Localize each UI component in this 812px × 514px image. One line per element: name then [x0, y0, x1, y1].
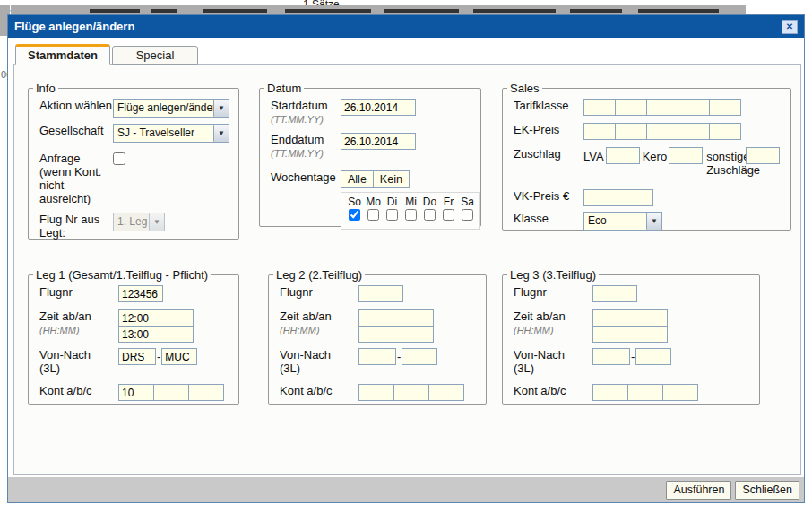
- tarifklasse-input-4[interactable]: [678, 99, 710, 116]
- leg3-nach-input[interactable]: [635, 348, 671, 365]
- leg3-zeit-ab-input[interactable]: [592, 309, 668, 327]
- enddatum-label: Enddatum (TT.MM.YY): [271, 133, 341, 160]
- dialog-title: Flüge anlegen/ändern: [14, 20, 134, 33]
- gesellschaft-select[interactable]: SJ - Travelseller ▼: [113, 124, 229, 143]
- leg3-flugnr-input[interactable]: [592, 285, 637, 302]
- flights-dialog: Flüge anlegen/ändern ✕ Stammdaten Specia…: [7, 14, 805, 503]
- sonstige-zuschlaege-input[interactable]: [746, 147, 780, 164]
- vk-preis-label: VK-Preis €: [514, 189, 583, 203]
- weekday-panel: So Mo Di Mi Do Fr Sa: [341, 192, 480, 230]
- leg3-von-nach-label: Von-Nach (3L): [514, 348, 592, 375]
- vk-preis-input[interactable]: [583, 189, 653, 206]
- leg2-flugnr-label: Flugnr: [280, 285, 358, 299]
- leg1-kont-b-input[interactable]: [153, 384, 189, 401]
- leg2-kont-label: Kont a/b/c: [280, 384, 358, 397]
- info-legend: Info: [33, 82, 58, 95]
- leg3-zeit-an-input[interactable]: [592, 326, 668, 343]
- leg3-kont-b-input[interactable]: [627, 384, 663, 401]
- leg3-kont-a-input[interactable]: [592, 384, 628, 401]
- dialog-titlebar: Flüge anlegen/ändern ✕: [8, 15, 804, 38]
- startdatum-label: Startdatum (TT.MM.YY): [271, 99, 341, 126]
- leg1-zeit-ab-input[interactable]: [118, 309, 194, 327]
- ek-preis-label: EK-Preis: [514, 123, 583, 136]
- klasse-select[interactable]: Eco ▼: [583, 212, 662, 231]
- weekday-fr: Fr: [439, 196, 458, 229]
- aktion-label: Aktion wählen: [39, 99, 113, 112]
- chevron-down-icon[interactable]: ▼: [213, 100, 229, 117]
- ek-preis-input-1[interactable]: [583, 123, 616, 140]
- leg2-kont-c-input[interactable]: [428, 384, 464, 401]
- weekday-di-checkbox[interactable]: [386, 209, 398, 221]
- tarifklasse-input-1[interactable]: [583, 99, 616, 116]
- leg1-legend: Leg 1 (Gesamt/1.Teilflug - Pflicht): [33, 268, 211, 282]
- kero-input[interactable]: [669, 147, 703, 164]
- close-icon[interactable]: ✕: [782, 20, 798, 34]
- ek-preis-input-4[interactable]: [678, 123, 710, 140]
- weekday-mo-checkbox[interactable]: [367, 209, 379, 221]
- leg1-flugnr-input[interactable]: [118, 285, 163, 302]
- zuschlag-label: Zuschlag: [514, 147, 583, 161]
- weekday-sa: Sa: [458, 196, 477, 229]
- leg3-von-input[interactable]: [592, 348, 630, 365]
- weekday-do-checkbox[interactable]: [424, 209, 436, 221]
- datum-group: Datum Startdatum (TT.MM.YY) Enddatum (TT…: [259, 82, 481, 227]
- leg1-von-input[interactable]: [118, 348, 156, 365]
- leg1-zeit-hint: (HH:MM): [39, 325, 80, 335]
- alle-button[interactable]: Alle: [341, 170, 374, 188]
- leg3-kont-c-input[interactable]: [662, 384, 698, 401]
- von-nach-dash: -: [631, 350, 635, 363]
- leg2-zeit-an-input[interactable]: [358, 326, 434, 343]
- weekday-so-checkbox[interactable]: [349, 209, 360, 221]
- tab-stammdaten[interactable]: Stammdaten: [15, 44, 110, 65]
- gesellschaft-label: Gesellschaft: [39, 124, 113, 137]
- tab-bar: Stammdaten Special: [15, 44, 200, 65]
- tarifklasse-input-3[interactable]: [646, 99, 678, 116]
- chevron-down-icon[interactable]: ▼: [646, 213, 661, 230]
- leg3-kont-label: Kont a/b/c: [514, 384, 592, 397]
- flug-nr-aus-select[interactable]: 1. Leg ▼: [113, 213, 165, 231]
- klasse-label: Klasse: [514, 212, 583, 225]
- enddatum-input[interactable]: [341, 133, 416, 150]
- weekday-so: So: [345, 196, 364, 229]
- leg1-kont-a-input[interactable]: [118, 384, 154, 401]
- schliessen-button[interactable]: Schließen: [735, 481, 799, 500]
- weekday-mi-checkbox[interactable]: [405, 209, 417, 221]
- leg1-kont-c-input[interactable]: [188, 384, 224, 401]
- leg2-flugnr-input[interactable]: [358, 285, 403, 302]
- leg2-zeit-ab-input[interactable]: [358, 309, 434, 327]
- gesellschaft-select-value: SJ - Travelseller: [114, 125, 213, 142]
- datum-legend: Datum: [264, 82, 304, 95]
- leg2-kont-b-input[interactable]: [393, 384, 429, 401]
- ek-preis-input-3[interactable]: [646, 123, 678, 140]
- leg1-nach-input[interactable]: [161, 348, 197, 365]
- leg2-group: Leg 2 (2.Teilflug) Flugnr Zeit ab/an (HH…: [268, 268, 487, 405]
- startdatum-format-hint: (TT.MM.YY): [271, 114, 324, 125]
- ausfuehren-button[interactable]: Ausführen: [666, 481, 731, 500]
- leg2-kont-a-input[interactable]: [358, 384, 394, 401]
- tarifklasse-input-2[interactable]: [615, 99, 647, 116]
- ek-preis-input-5[interactable]: [709, 123, 741, 140]
- info-group: Info Aktion wählen Flüge anlegen/ändern …: [28, 82, 239, 240]
- aktion-select[interactable]: Flüge anlegen/ändern ▼: [113, 99, 229, 118]
- tarifklasse-input-5[interactable]: [709, 99, 741, 116]
- chevron-down-icon: ▼: [149, 213, 164, 231]
- chevron-down-icon[interactable]: ▼: [213, 125, 229, 142]
- leg2-von-input[interactable]: [358, 348, 396, 365]
- anfrage-label: Anfrage (wenn Kont. nicht ausreicht): [39, 152, 113, 205]
- leg1-von-nach-label: Von-Nach (3L): [39, 348, 118, 375]
- anfrage-checkbox[interactable]: [113, 152, 125, 165]
- background-grid-header: [11, 5, 746, 14]
- tab-special[interactable]: Special: [112, 46, 198, 65]
- enddatum-format-hint: (TT.MM.YY): [271, 148, 324, 159]
- weekday-fr-checkbox[interactable]: [443, 209, 454, 221]
- leg3-zeit-label: Zeit ab/an (HH:MM): [514, 309, 592, 336]
- weekday-sa-checkbox[interactable]: [462, 209, 473, 221]
- flug-nr-aus-label: Flug Nr aus Legt:: [39, 213, 113, 240]
- ek-preis-input-2[interactable]: [615, 123, 647, 140]
- leg1-zeit-an-input[interactable]: [118, 326, 194, 343]
- startdatum-input[interactable]: [341, 99, 416, 116]
- kein-button[interactable]: Kein: [373, 170, 410, 188]
- lva-input[interactable]: [606, 147, 640, 164]
- sales-legend: Sales: [507, 82, 542, 95]
- leg2-nach-input[interactable]: [402, 348, 437, 365]
